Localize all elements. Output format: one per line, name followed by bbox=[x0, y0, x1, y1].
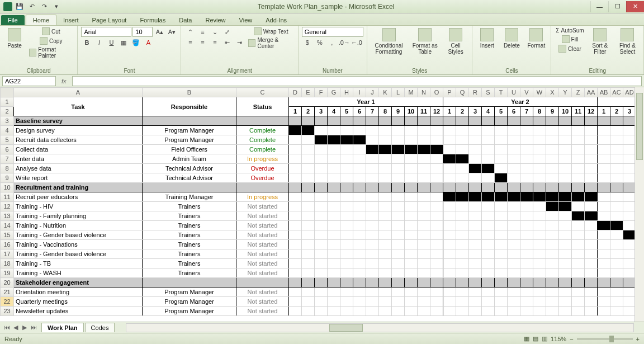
gantt-cell[interactable] bbox=[598, 145, 610, 154]
gantt-cell[interactable] bbox=[302, 259, 315, 268]
gantt-cell[interactable] bbox=[315, 145, 328, 154]
gantt-cell[interactable] bbox=[559, 126, 572, 135]
row-header[interactable]: 13 bbox=[1, 211, 14, 221]
gantt-cell[interactable] bbox=[572, 249, 585, 259]
gantt-cell[interactable] bbox=[482, 249, 495, 259]
gantt-cell[interactable] bbox=[302, 288, 315, 297]
fx-icon[interactable]: fx bbox=[58, 78, 70, 84]
gantt-cell[interactable] bbox=[443, 211, 456, 221]
col-header[interactable]: V bbox=[520, 88, 533, 97]
gantt-cell[interactable] bbox=[482, 230, 495, 240]
gantt-cell[interactable] bbox=[533, 249, 546, 259]
row-header[interactable]: 11 bbox=[1, 192, 14, 202]
status-cell[interactable]: Not started bbox=[236, 268, 289, 278]
section-title[interactable]: Baseline survey bbox=[14, 116, 143, 126]
gantt-cell[interactable] bbox=[418, 164, 430, 173]
gantt-cell[interactable] bbox=[508, 288, 520, 297]
underline-button[interactable]: U bbox=[106, 37, 117, 48]
gantt-cell[interactable] bbox=[508, 202, 520, 211]
align-top-icon[interactable]: ⌃ bbox=[184, 27, 196, 37]
row-header[interactable]: 20 bbox=[1, 278, 14, 288]
gantt-cell[interactable] bbox=[598, 288, 610, 297]
status-cell[interactable]: Not started bbox=[236, 288, 289, 297]
gantt-cell[interactable] bbox=[418, 249, 430, 259]
gantt-cell[interactable] bbox=[289, 230, 302, 240]
gantt-cell[interactable] bbox=[559, 249, 572, 259]
gantt-cell[interactable] bbox=[610, 202, 623, 211]
gantt-cell[interactable] bbox=[559, 230, 572, 240]
gantt-cell[interactable] bbox=[328, 240, 340, 249]
delete-cells-button[interactable]: Delete bbox=[500, 27, 523, 50]
gantt-cell[interactable] bbox=[405, 211, 418, 221]
gantt-cell[interactable] bbox=[559, 145, 572, 154]
gantt-cell[interactable] bbox=[392, 230, 405, 240]
font-name-select[interactable]: Arial bbox=[81, 27, 131, 37]
gantt-cell[interactable] bbox=[585, 135, 598, 145]
gantt-cell[interactable] bbox=[469, 268, 482, 278]
section-title[interactable]: Recruitment and training bbox=[14, 183, 143, 192]
orientation-icon[interactable]: ⤢ bbox=[221, 27, 233, 37]
row-header[interactable]: 21 bbox=[1, 288, 14, 297]
gantt-cell[interactable] bbox=[546, 192, 559, 202]
align-right-icon[interactable]: ≡ bbox=[209, 37, 220, 48]
gantt-cell[interactable] bbox=[508, 126, 520, 135]
gantt-cell[interactable] bbox=[598, 164, 610, 173]
gantt-cell[interactable] bbox=[289, 135, 302, 145]
gantt-cell[interactable] bbox=[482, 221, 495, 230]
vertical-scrollbar[interactable] bbox=[634, 87, 644, 322]
gantt-cell[interactable] bbox=[443, 230, 456, 240]
gantt-cell[interactable] bbox=[482, 307, 495, 316]
number-format-select[interactable]: General bbox=[302, 27, 363, 37]
gantt-cell[interactable] bbox=[598, 249, 610, 259]
gantt-cell[interactable] bbox=[585, 221, 598, 230]
task-cell[interactable]: Training - WASH bbox=[14, 268, 143, 278]
col-header[interactable]: R bbox=[469, 88, 482, 97]
gantt-cell[interactable] bbox=[302, 145, 315, 154]
gantt-cell[interactable] bbox=[340, 192, 353, 202]
gantt-cell[interactable] bbox=[610, 230, 623, 240]
gantt-cell[interactable] bbox=[315, 192, 328, 202]
gantt-cell[interactable] bbox=[289, 126, 302, 135]
gantt-cell[interactable] bbox=[392, 240, 405, 249]
gantt-cell[interactable] bbox=[508, 173, 520, 183]
gantt-cell[interactable] bbox=[585, 202, 598, 211]
gantt-cell[interactable] bbox=[482, 297, 495, 307]
gantt-cell[interactable] bbox=[302, 307, 315, 316]
gantt-cell[interactable] bbox=[366, 288, 379, 297]
gantt-cell[interactable] bbox=[456, 192, 469, 202]
gantt-cell[interactable] bbox=[379, 288, 392, 297]
gantt-cell[interactable] bbox=[572, 288, 585, 297]
gantt-cell[interactable] bbox=[392, 259, 405, 268]
gantt-cell[interactable] bbox=[585, 164, 598, 173]
increase-decimal-icon[interactable]: .0→ bbox=[339, 37, 350, 48]
gantt-cell[interactable] bbox=[533, 135, 546, 145]
gantt-cell[interactable] bbox=[533, 288, 546, 297]
gantt-cell[interactable] bbox=[456, 145, 469, 154]
gantt-cell[interactable] bbox=[598, 202, 610, 211]
gantt-cell[interactable] bbox=[353, 230, 366, 240]
tab-insert[interactable]: Insert bbox=[56, 15, 86, 25]
gantt-cell[interactable] bbox=[585, 145, 598, 154]
fill-color-button[interactable]: 🪣 bbox=[130, 37, 141, 48]
gantt-cell[interactable] bbox=[430, 202, 443, 211]
gantt-cell[interactable] bbox=[469, 249, 482, 259]
gantt-cell[interactable] bbox=[443, 221, 456, 230]
status-cell[interactable]: Not started bbox=[236, 259, 289, 268]
gantt-cell[interactable] bbox=[585, 268, 598, 278]
gantt-cell[interactable] bbox=[456, 230, 469, 240]
sheet-nav-prev-icon[interactable]: ◀ bbox=[11, 324, 20, 331]
gantt-cell[interactable] bbox=[366, 192, 379, 202]
gantt-cell[interactable] bbox=[379, 297, 392, 307]
gantt-cell[interactable] bbox=[572, 240, 585, 249]
col-header[interactable]: S bbox=[482, 88, 495, 97]
status-cell[interactable]: In progress bbox=[236, 192, 289, 202]
border-button[interactable]: ▦ bbox=[118, 37, 129, 48]
gantt-cell[interactable] bbox=[405, 268, 418, 278]
gantt-cell[interactable] bbox=[598, 240, 610, 249]
gantt-cell[interactable] bbox=[379, 154, 392, 164]
gantt-cell[interactable] bbox=[379, 192, 392, 202]
gantt-cell[interactable] bbox=[546, 249, 559, 259]
gantt-cell[interactable] bbox=[430, 249, 443, 259]
gantt-cell[interactable] bbox=[289, 211, 302, 221]
gantt-cell[interactable] bbox=[340, 307, 353, 316]
